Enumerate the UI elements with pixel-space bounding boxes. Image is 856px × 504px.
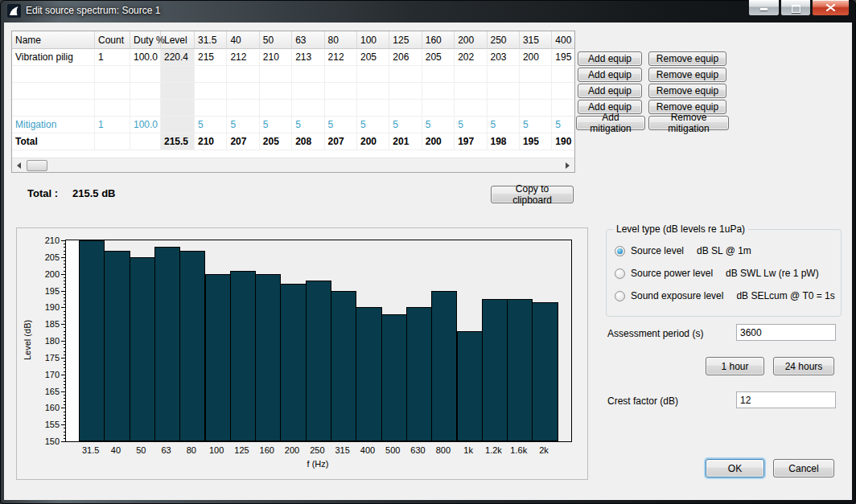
table-cell[interactable] — [161, 66, 195, 83]
table-cell[interactable]: 210 — [260, 49, 292, 66]
add-equip-button[interactable]: Add equip — [578, 84, 642, 98]
table-cell[interactable] — [130, 100, 161, 117]
one-hour-button[interactable]: 1 hour — [706, 357, 764, 375]
table-cell[interactable] — [552, 100, 575, 117]
table-cell[interactable]: 203 — [488, 49, 520, 66]
cancel-button[interactable]: Cancel — [773, 459, 834, 477]
table-cell[interactable]: 5 — [292, 117, 324, 133]
table-cell[interactable]: 5 — [389, 117, 422, 133]
table-cell[interactable] — [260, 100, 292, 117]
table-cell[interactable] — [455, 83, 487, 100]
table-cell[interactable]: 190 — [552, 133, 575, 150]
table-cell[interactable]: 5 — [455, 117, 487, 133]
spectrum-table[interactable]: NameCountDuty %Level31.54050638010012516… — [11, 31, 575, 173]
table-cell[interactable] — [422, 83, 455, 100]
remove-equip-button[interactable]: Remove equip — [648, 51, 726, 66]
table-cell[interactable]: 206 — [389, 49, 422, 66]
table-cell[interactable]: 205 — [357, 49, 389, 66]
table-cell[interactable] — [130, 133, 161, 150]
table-cell[interactable]: 220.4 — [161, 49, 195, 66]
radio-icon[interactable] — [615, 268, 625, 279]
table-cell[interactable]: 1 — [95, 117, 130, 133]
table-cell[interactable]: Vibration pilig — [12, 49, 95, 66]
table-cell[interactable]: 212 — [325, 49, 357, 66]
table-cell[interactable] — [488, 83, 520, 100]
table-cell[interactable]: 215.5 — [161, 133, 195, 150]
radio-option-sound-exposure-level[interactable]: Sound exposure leveldB SELcum @ T0 = 1s — [615, 289, 835, 302]
remove-equip-button[interactable]: Remove equip — [648, 84, 726, 98]
table-cell[interactable] — [389, 66, 422, 83]
add-equip-button[interactable]: Add equip — [578, 68, 642, 82]
copy-to-clipboard-button[interactable]: Copy to clipboard — [491, 186, 574, 203]
table-cell[interactable]: 195 — [552, 49, 575, 66]
table-cell[interactable]: 197 — [455, 133, 487, 150]
table-cell[interactable]: 195 — [520, 133, 552, 150]
table-cell[interactable] — [389, 100, 422, 117]
table-cell[interactable] — [161, 100, 195, 117]
table-cell[interactable] — [357, 100, 389, 117]
add-mitigation-button[interactable]: Add mitigation — [576, 116, 645, 130]
table-cell[interactable]: 100.0 — [130, 49, 161, 66]
table-cell[interactable]: 100.0 — [130, 117, 161, 133]
table-cell[interactable]: 5 — [520, 117, 552, 133]
table-cell[interactable] — [520, 66, 552, 83]
table-cell[interactable] — [357, 83, 389, 100]
table-cell[interactable]: 5 — [260, 117, 292, 133]
table-cell[interactable]: 212 — [227, 49, 259, 66]
table-cell[interactable]: 5 — [195, 117, 227, 133]
table-cell[interactable]: Mitigation — [12, 117, 95, 133]
assessment-period-input[interactable] — [736, 324, 836, 341]
table-cell[interactable] — [520, 100, 552, 117]
remove-mitigation-button[interactable]: Remove mitigation — [648, 116, 729, 130]
table-cell[interactable]: 213 — [292, 49, 324, 66]
table-cell[interactable] — [227, 83, 259, 100]
table-cell[interactable]: 5 — [552, 117, 575, 133]
table-cell[interactable] — [227, 100, 259, 117]
remove-equip-button[interactable]: Remove equip — [648, 68, 726, 82]
table-cell[interactable] — [292, 83, 324, 100]
table-horizontal-scrollbar[interactable] — [12, 158, 574, 172]
table-cell[interactable] — [455, 100, 487, 117]
table-cell[interactable]: 205 — [422, 49, 455, 66]
table-cell[interactable] — [357, 66, 389, 83]
scroll-left-button[interactable] — [12, 158, 26, 172]
table-cell[interactable]: 5 — [325, 117, 357, 133]
table-cell[interactable] — [488, 100, 520, 117]
radio-option-source-power-level[interactable]: Source power leveldB SWL Lw (re 1 pW) — [615, 267, 819, 280]
add-equip-button[interactable]: Add equip — [578, 51, 642, 66]
table-cell[interactable] — [552, 83, 575, 100]
table-cell[interactable] — [292, 100, 324, 117]
table-cell[interactable]: 5 — [422, 117, 455, 133]
table-cell[interactable] — [488, 66, 520, 83]
close-button[interactable] — [812, 0, 850, 16]
table-cell[interactable]: 5 — [227, 117, 259, 133]
table-cell[interactable]: 201 — [389, 133, 422, 150]
table-cell[interactable] — [12, 100, 95, 117]
title-bar[interactable]: Edit source spectrum: Source 1 — [0, 0, 856, 23]
table-cell[interactable] — [130, 83, 161, 100]
table-cell[interactable] — [325, 100, 357, 117]
table-cell[interactable] — [455, 66, 487, 83]
table-cell[interactable] — [422, 100, 455, 117]
scroll-right-button[interactable] — [561, 158, 574, 172]
table-cell[interactable] — [95, 100, 130, 117]
table-cell[interactable]: 205 — [260, 133, 292, 150]
table-cell[interactable] — [389, 83, 422, 100]
table-cell[interactable] — [422, 66, 455, 83]
table-cell[interactable] — [12, 83, 95, 100]
table-cell[interactable] — [325, 66, 357, 83]
scrollbar-thumb[interactable] — [27, 160, 47, 171]
radio-icon[interactable] — [615, 246, 625, 256]
table-cell[interactable] — [12, 66, 95, 83]
radio-option-source-level[interactable]: Source leveldB SL @ 1m — [615, 244, 751, 257]
table-cell[interactable] — [195, 83, 227, 100]
table-cell[interactable]: 207 — [227, 133, 259, 150]
table-cell[interactable] — [161, 117, 195, 133]
radio-icon[interactable] — [615, 291, 625, 301]
table-cell[interactable]: 215 — [195, 49, 227, 66]
minimize-button[interactable] — [748, 0, 780, 16]
table-cell[interactable] — [260, 83, 292, 100]
table-cell[interactable]: Total — [12, 133, 95, 150]
table-cell[interactable]: 200 — [422, 133, 455, 150]
table-cell[interactable] — [227, 66, 259, 83]
